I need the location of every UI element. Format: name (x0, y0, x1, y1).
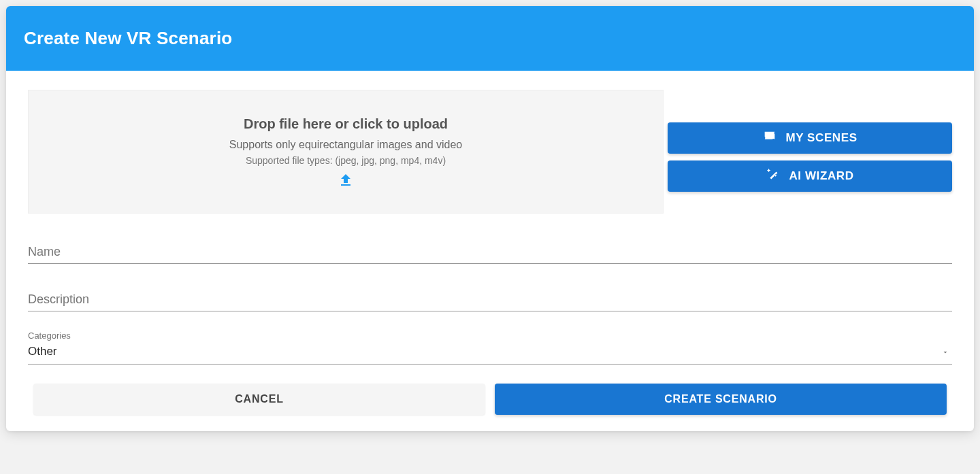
description-field-wrapper (28, 288, 952, 311)
my-scenes-label: MY SCENES (785, 131, 857, 145)
categories-field-wrapper: Categories Other (28, 331, 952, 365)
create-scenario-dialog: Create New VR Scenario Drop file here or… (6, 6, 974, 431)
dialog-body: Drop file here or click to upload Suppor… (6, 71, 974, 431)
create-scenario-button[interactable]: CREATE SCENARIO (495, 384, 947, 415)
dialog-header: Create New VR Scenario (6, 6, 974, 71)
categories-value: Other (28, 345, 57, 358)
side-buttons: MY SCENES AI WIZARD (668, 90, 952, 214)
file-dropzone[interactable]: Drop file here or click to upload Suppor… (28, 90, 664, 214)
flag-icon (762, 129, 777, 148)
dropzone-subtitle-2: Supported file types: (jpeg, jpg, png, m… (246, 155, 446, 166)
top-row: Drop file here or click to upload Suppor… (28, 90, 952, 214)
magic-wand-icon (766, 167, 781, 186)
my-scenes-button[interactable]: MY SCENES (668, 122, 952, 154)
upload-icon (338, 171, 354, 192)
categories-select[interactable]: Other (28, 342, 952, 365)
dropzone-title: Drop file here or click to upload (244, 116, 448, 132)
dialog-title: Create New VR Scenario (24, 28, 232, 49)
dialog-actions: CANCEL CREATE SCENARIO (28, 384, 952, 415)
name-field-wrapper (28, 241, 952, 264)
dropzone-subtitle-1: Supports only equirectangular images and… (229, 139, 462, 151)
ai-wizard-label: AI WIZARD (789, 169, 853, 183)
cancel-button[interactable]: CANCEL (33, 384, 485, 415)
description-input[interactable] (28, 288, 952, 311)
ai-wizard-button[interactable]: AI WIZARD (668, 160, 952, 192)
form-fields: Categories Other (28, 241, 952, 365)
chevron-down-icon (941, 346, 949, 360)
name-input[interactable] (28, 241, 952, 264)
categories-label: Categories (28, 331, 952, 341)
